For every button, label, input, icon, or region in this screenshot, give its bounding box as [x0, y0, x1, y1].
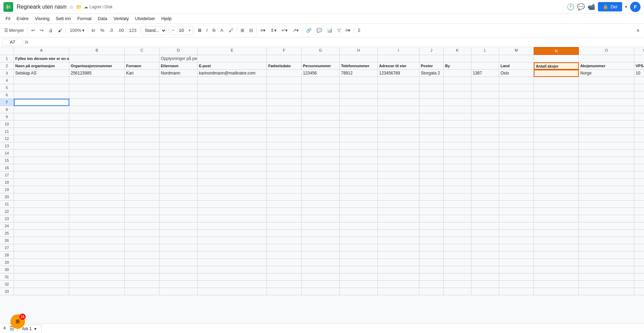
cell-D22[interactable] [159, 208, 198, 215]
cell-J30[interactable] [419, 266, 444, 273]
row-number-12[interactable]: 12 [0, 135, 14, 142]
cell-I31[interactable] [378, 273, 419, 281]
cell-J28[interactable] [419, 252, 444, 259]
cell-N24[interactable] [534, 222, 579, 230]
col-header-O[interactable]: O [579, 47, 634, 55]
row-number-33[interactable]: 33 [0, 288, 14, 295]
row-number-17[interactable]: 17 [0, 172, 14, 179]
cell-G24[interactable] [302, 222, 340, 230]
cell-F28[interactable] [267, 252, 302, 259]
cell-E20[interactable] [198, 193, 267, 201]
cell-P24[interactable] [634, 222, 644, 230]
cell-E9[interactable] [198, 113, 267, 121]
cell-M3[interactable]: Oslo [499, 70, 534, 77]
cell-D32[interactable] [159, 281, 198, 288]
cell-H21[interactable] [340, 201, 378, 208]
cell-B33[interactable] [69, 288, 125, 295]
cell-I20[interactable] [378, 193, 419, 201]
cell-I33[interactable] [378, 288, 419, 295]
cell-A28[interactable] [14, 252, 69, 259]
cell-D11[interactable] [159, 128, 198, 135]
row-number-20[interactable]: 20 [0, 193, 14, 201]
cell-D10[interactable] [159, 121, 198, 128]
cell-N4[interactable] [534, 77, 579, 84]
cell-P25[interactable] [634, 230, 644, 237]
cell-K24[interactable] [444, 222, 471, 230]
cell-F21[interactable] [267, 201, 302, 208]
cell-L8[interactable] [471, 106, 499, 113]
cell-A18[interactable] [14, 179, 69, 186]
cell-L4[interactable] [471, 77, 499, 84]
cell-E32[interactable] [198, 281, 267, 288]
cell-N16[interactable] [534, 164, 579, 172]
cell-I29[interactable] [378, 259, 419, 266]
cell-E28[interactable] [198, 252, 267, 259]
cell-O18[interactable] [579, 179, 634, 186]
cell-I4[interactable] [378, 77, 419, 84]
cell-D6[interactable] [159, 91, 198, 99]
cell-B21[interactable] [69, 201, 125, 208]
cell-H32[interactable] [340, 281, 378, 288]
col-header-K[interactable]: K [444, 47, 471, 55]
font-size-input[interactable] [176, 28, 186, 33]
cell-G33[interactable] [302, 288, 340, 295]
cell-F13[interactable] [267, 142, 302, 150]
cell-B5[interactable] [69, 84, 125, 91]
cell-K1[interactable] [444, 55, 471, 62]
cell-L16[interactable] [471, 164, 499, 172]
cell-M27[interactable] [499, 244, 534, 252]
row-number-19[interactable]: 19 [0, 186, 14, 193]
cell-H17[interactable] [340, 172, 378, 179]
cell-P17[interactable] [634, 172, 644, 179]
cell-N22[interactable] [534, 208, 579, 215]
cell-J8[interactable] [419, 106, 444, 113]
cell-B6[interactable] [69, 91, 125, 99]
row-number-32[interactable]: 32 [0, 281, 14, 288]
cell-C28[interactable] [125, 252, 159, 259]
cell-I6[interactable] [378, 91, 419, 99]
cell-F31[interactable] [267, 273, 302, 281]
cell-B25[interactable] [69, 230, 125, 237]
cell-A19[interactable] [14, 186, 69, 193]
cell-B15[interactable] [69, 157, 125, 164]
cell-D3[interactable]: Nordmann [159, 70, 198, 77]
cell-A12[interactable] [14, 135, 69, 142]
cell-D17[interactable] [159, 172, 198, 179]
cell-L6[interactable] [471, 91, 499, 99]
cell-K16[interactable] [444, 164, 471, 172]
cell-F29[interactable] [267, 259, 302, 266]
cell-A22[interactable] [14, 208, 69, 215]
cell-K5[interactable] [444, 84, 471, 91]
text-color-button[interactable]: A [218, 27, 226, 34]
cell-K15[interactable] [444, 157, 471, 164]
cell-K27[interactable] [444, 244, 471, 252]
cell-A31[interactable] [14, 273, 69, 281]
cell-H27[interactable] [340, 244, 378, 252]
cell-B27[interactable] [69, 244, 125, 252]
cell-D9[interactable] [159, 113, 198, 121]
cell-F9[interactable] [267, 113, 302, 121]
cell-E23[interactable] [198, 215, 267, 222]
cell-O26[interactable] [579, 237, 634, 244]
valign-button[interactable]: ⇕▾ [268, 27, 279, 34]
cell-O6[interactable] [579, 91, 634, 99]
menu-item-utvidelser[interactable]: Utvidelser [132, 15, 158, 22]
highlight-button[interactable]: 🖊 [227, 27, 235, 34]
cell-O1[interactable] [579, 55, 634, 62]
cell-J3[interactable]: Storgata 2 [419, 70, 444, 77]
cell-N25[interactable] [534, 230, 579, 237]
cell-N11[interactable] [534, 128, 579, 135]
cell-A17[interactable] [14, 172, 69, 179]
cell-M22[interactable] [499, 208, 534, 215]
row-number-8[interactable]: 8 [0, 106, 14, 113]
cell-M1[interactable] [499, 55, 534, 62]
cell-J11[interactable] [419, 128, 444, 135]
cell-E24[interactable] [198, 222, 267, 230]
cell-N31[interactable] [534, 273, 579, 281]
cell-P2[interactable]: VPS- [634, 62, 644, 70]
cell-P22[interactable] [634, 208, 644, 215]
cell-F16[interactable] [267, 164, 302, 172]
cell-E12[interactable] [198, 135, 267, 142]
align-button[interactable]: ≡▾ [258, 27, 268, 34]
cell-C7[interactable] [125, 99, 159, 106]
